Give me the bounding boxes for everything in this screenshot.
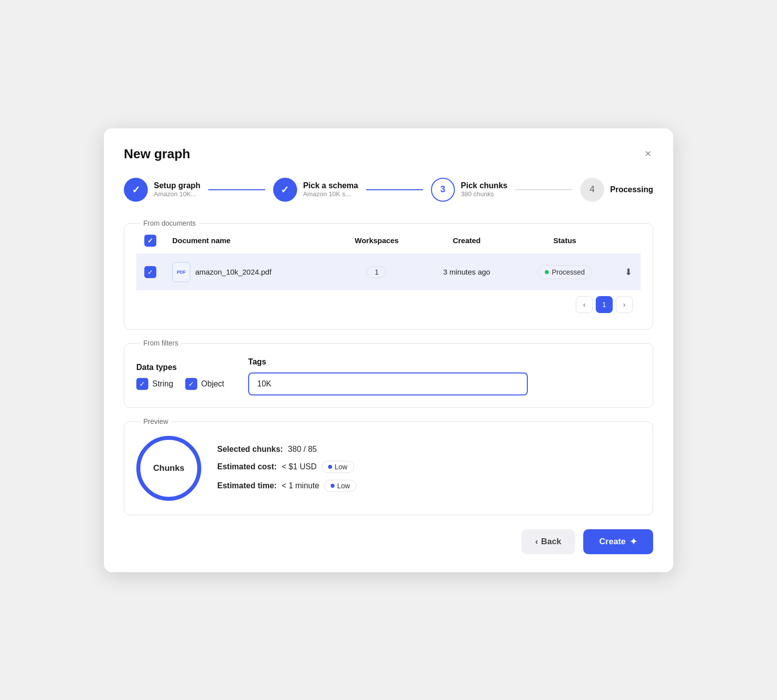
step-2-circle: ✓ (273, 178, 297, 202)
row-workspaces-cell: 1 (333, 254, 420, 290)
estimated-time-label: Estimated time: (217, 481, 277, 490)
col-workspaces: Workspaces (333, 228, 420, 254)
documents-table: ✓ Document name Workspaces Created Statu… (136, 228, 641, 290)
selected-chunks-row: Selected chunks: 380 / 85 (217, 445, 357, 454)
preview-stats: Selected chunks: 380 / 85 Estimated cost… (217, 445, 357, 492)
preview-section: Preview Chunks Selected chunks: 380 / 85… (124, 418, 653, 515)
tags-label: Tags (248, 357, 641, 366)
string-checkbox-item: ✓ String (136, 378, 173, 390)
estimated-time-value: < 1 minute (282, 481, 319, 490)
cost-low-dot-icon (328, 465, 332, 469)
data-types-label: Data types (136, 363, 224, 372)
pdf-icon: PDF (172, 262, 190, 282)
estimated-time-row: Estimated time: < 1 minute Low (217, 480, 357, 492)
prev-page-button[interactable]: ‹ (576, 296, 593, 313)
cost-low-badge: Low (322, 461, 354, 473)
connector-3-4 (515, 189, 572, 190)
tags-input[interactable] (248, 372, 528, 395)
estimated-cost-value: < $1 USD (282, 462, 317, 471)
row-checkbox-cell: ✓ (136, 254, 164, 290)
modal-footer: ‹ Back Create ✦ (124, 529, 653, 554)
step-1-circle: ✓ (124, 178, 148, 202)
back-chevron-icon: ‹ (535, 537, 538, 547)
step-2-label: Pick a schema (303, 181, 358, 190)
download-icon[interactable]: ⬇ (625, 267, 632, 277)
stepper: ✓ Setup graph Amazon 10K... ✓ Pick a sch… (124, 178, 653, 202)
back-label: Back (541, 537, 561, 547)
step-1-check-icon: ✓ (132, 184, 140, 196)
step-1-label: Setup graph (154, 181, 200, 190)
next-page-button[interactable]: › (616, 296, 633, 313)
status-dot-icon (545, 270, 549, 274)
object-checkbox[interactable]: ✓ (185, 378, 197, 390)
doc-name-container: PDF amazon_10k_2024.pdf (172, 262, 325, 282)
row-created-cell: 3 minutes ago (420, 254, 513, 290)
page-1-button[interactable]: 1 (596, 296, 613, 313)
modal-title: New graph (124, 146, 190, 162)
step-4-label: Processing (610, 185, 653, 194)
modal-header: New graph × (124, 146, 653, 162)
checkbox-row: ✓ String ✓ Object (136, 378, 224, 390)
string-checkbox[interactable]: ✓ (136, 378, 148, 390)
close-button[interactable]: × (643, 146, 653, 161)
col-checkbox: ✓ (136, 228, 164, 254)
create-sparkle-icon: ✦ (630, 536, 637, 547)
connector-1-2 (208, 189, 265, 190)
from-documents-legend: From documents (140, 220, 199, 227)
step-2-info: Pick a schema Amazon 10K s... (303, 181, 358, 198)
doc-name-text: amazon_10k_2024.pdf (195, 268, 272, 276)
chunks-circle: Chunks (136, 436, 201, 501)
step-4: 4 Processing (580, 178, 653, 202)
preview-body: Chunks Selected chunks: 380 / 85 Estimat… (136, 426, 641, 505)
status-badge: Processed (537, 265, 592, 279)
step-2: ✓ Pick a schema Amazon 10K s... (273, 178, 358, 202)
col-doc-name: Document name (164, 228, 333, 254)
connector-2-3 (366, 189, 423, 190)
step-4-number: 4 (590, 184, 595, 195)
step-3-sublabel: 380 chunks (461, 190, 507, 198)
step-3-circle: 3 (431, 178, 455, 202)
workspace-badge: 1 (367, 266, 386, 278)
step-1-info: Setup graph Amazon 10K... (154, 181, 200, 198)
filters-row: Data types ✓ String ✓ Object Tags (136, 357, 641, 395)
pagination: ‹ 1 › (136, 290, 641, 319)
table-row: ✓ PDF amazon_10k_2024.pdf 1 (136, 254, 641, 290)
row-status-cell: Processed (513, 254, 617, 290)
step-3-number: 3 (440, 184, 445, 195)
back-button[interactable]: ‹ Back (521, 529, 575, 554)
step-2-sublabel: Amazon 10K s... (303, 190, 358, 198)
from-filters-section: From filters Data types ✓ String ✓ Objec… (124, 340, 653, 408)
created-time: 3 minutes ago (443, 268, 490, 276)
cost-badge-text: Low (335, 463, 348, 471)
object-label: Object (201, 379, 224, 388)
step-4-info: Processing (610, 185, 653, 194)
select-all-checkbox[interactable]: ✓ (144, 235, 156, 247)
selected-chunks-value: 380 / 85 (288, 445, 317, 454)
step-3-label: Pick chunks (461, 181, 507, 190)
step-3-info: Pick chunks 380 chunks (461, 181, 507, 198)
row-download-cell: ⬇ (617, 254, 641, 290)
object-checkbox-item: ✓ Object (185, 378, 224, 390)
col-action (617, 228, 641, 254)
chunks-circle-label: Chunks (153, 463, 184, 473)
status-text: Processed (552, 268, 585, 276)
table-header-row: ✓ Document name Workspaces Created Statu… (136, 228, 641, 254)
time-badge-text: Low (337, 482, 350, 490)
row-doc-name-cell: PDF amazon_10k_2024.pdf (164, 254, 333, 290)
string-label: String (152, 379, 173, 388)
data-types-group: Data types ✓ String ✓ Object (136, 363, 224, 390)
step-1: ✓ Setup graph Amazon 10K... (124, 178, 200, 202)
filters-body: Data types ✓ String ✓ Object Tags (136, 348, 641, 397)
create-button[interactable]: Create ✦ (583, 529, 653, 554)
preview-legend: Preview (140, 418, 171, 425)
modal: New graph × ✓ Setup graph Amazon 10K... … (104, 128, 673, 572)
time-low-dot-icon (331, 484, 335, 488)
step-3: 3 Pick chunks 380 chunks (431, 178, 507, 202)
time-low-badge: Low (324, 480, 357, 492)
from-documents-section: From documents ✓ Document name Workspace… (124, 220, 653, 330)
selected-chunks-label: Selected chunks: (217, 445, 283, 454)
step-2-check-icon: ✓ (281, 184, 289, 196)
step-4-circle: 4 (580, 178, 604, 202)
row-checkbox[interactable]: ✓ (144, 266, 156, 278)
step-1-sublabel: Amazon 10K... (154, 190, 200, 198)
